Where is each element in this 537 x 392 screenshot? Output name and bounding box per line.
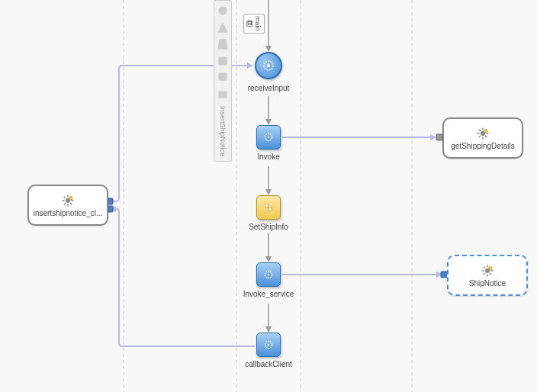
svg-point-55 — [484, 129, 488, 133]
invoke-icon — [256, 125, 281, 149]
invoke-icon — [256, 262, 281, 287]
svg-point-29 — [268, 137, 269, 138]
svg-point-65 — [489, 266, 493, 270]
activity-palette[interactable]: InsertShipNotice — [214, 0, 232, 162]
collapse-icon[interactable]: ⊟ — [246, 21, 252, 27]
svg-line-42 — [70, 203, 72, 204]
svg-point-33 — [268, 274, 269, 275]
svg-marker-8 — [265, 119, 272, 125]
main-scope-badge[interactable]: ⊟ main — [243, 14, 265, 34]
set-ship-info-node[interactable] — [256, 195, 281, 220]
assign-icon — [256, 195, 281, 220]
palette-label: InsertShipNotice — [219, 103, 227, 159]
palette-icon-4[interactable] — [216, 54, 230, 68]
svg-marker-12 — [265, 256, 272, 262]
palette-icon-6[interactable] — [216, 88, 230, 101]
svg-line-62 — [490, 273, 491, 275]
svg-point-45 — [69, 196, 73, 200]
svg-marker-10 — [265, 189, 272, 195]
svg-line-53 — [479, 136, 481, 137]
svg-line-51 — [479, 129, 481, 130]
svg-marker-15 — [247, 63, 253, 69]
receive-icon — [255, 52, 282, 79]
svg-line-52 — [485, 136, 487, 137]
partner-ship-notice-label: ShipNotice — [469, 279, 506, 288]
svg-rect-25 — [218, 92, 227, 98]
svg-rect-22 — [441, 272, 447, 278]
receive-input-node[interactable] — [255, 52, 282, 79]
svg-rect-30 — [265, 204, 268, 207]
svg-marker-14 — [265, 326, 272, 333]
partner-client[interactable]: insertshipnotice_cl... — [27, 185, 108, 226]
svg-marker-17 — [430, 134, 436, 140]
invoke-service-node[interactable] — [256, 262, 281, 287]
svg-line-63 — [484, 273, 485, 275]
palette-icon-2[interactable] — [216, 21, 230, 34]
receive-input-label: receiveInput — [248, 84, 289, 92]
svg-line-41 — [64, 196, 66, 198]
svg-point-27 — [267, 64, 270, 67]
svg-line-43 — [64, 203, 66, 204]
invoke-node[interactable] — [256, 125, 281, 149]
svg-rect-31 — [269, 208, 272, 211]
partner-get-shipping-details-label: getShippingDetails — [451, 142, 514, 150]
gear-icon — [476, 127, 490, 140]
gear-icon — [61, 194, 75, 207]
gear-icon — [481, 264, 494, 278]
svg-marker-6 — [265, 46, 272, 52]
svg-point-23 — [218, 6, 227, 14]
palette-icon-1[interactable] — [216, 4, 230, 18]
set-ship-info-label: SetShipInfo — [249, 223, 288, 231]
partner-ship-notice[interactable]: ShipNotice — [447, 255, 528, 296]
main-scope-label: main — [254, 16, 262, 31]
callback-client-label: callbackClient — [245, 360, 292, 368]
callback-client-node[interactable] — [256, 333, 281, 357]
invoke-service-label: Invoke_service — [243, 290, 294, 298]
partner-client-label: insertshipnotice_cl... — [34, 209, 103, 217]
palette-icon-3[interactable] — [216, 37, 230, 51]
svg-point-35 — [268, 344, 269, 345]
invoke-label: Invoke — [257, 153, 279, 161]
svg-rect-24 — [218, 56, 227, 65]
palette-icon-5[interactable] — [216, 71, 230, 85]
svg-line-61 — [484, 266, 485, 268]
svg-rect-21 — [436, 134, 442, 140]
invoke-icon — [256, 333, 281, 357]
partner-get-shipping-details[interactable]: getShippingDetails — [442, 117, 523, 159]
